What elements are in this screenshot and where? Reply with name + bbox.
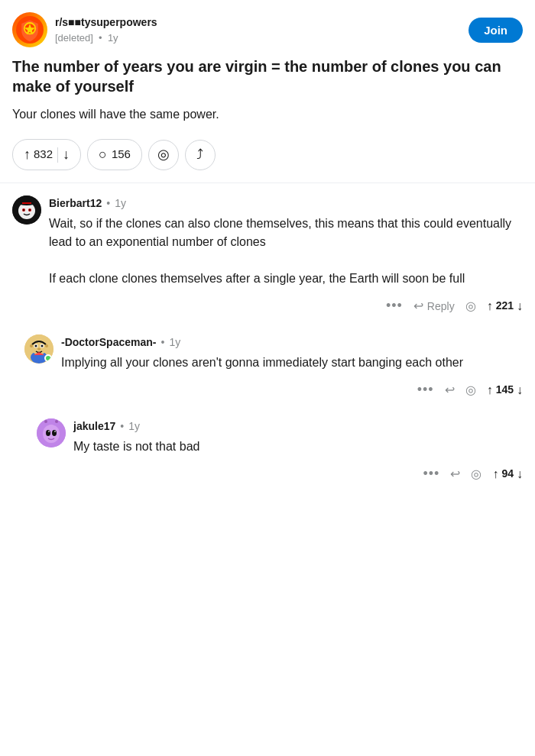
svg-point-32 — [48, 431, 50, 432]
post-body: Your clones will have the same power. — [0, 102, 535, 133]
comment-jakule17-actions: ••• ↩ ◎ ↑ 94 ↓ — [73, 464, 523, 484]
svg-point-31 — [52, 430, 57, 436]
downvote-icon[interactable]: ↓ — [63, 144, 70, 165]
comment-doctorspaceman-time: 1y — [169, 334, 180, 351]
avatar-doctorspaceman — [24, 334, 54, 363]
comment-jakule17-votes: 94 — [501, 466, 514, 482]
svg-point-33 — [54, 431, 56, 432]
comment-doctorspaceman-reply[interactable]: ↩ — [445, 383, 455, 397]
post-meta: r/s■■tysuperpowers [deleted] • 1y — [55, 15, 157, 46]
comment-upvote-icon[interactable]: ↑ — [487, 297, 493, 315]
comment-icon: ○ — [99, 144, 107, 165]
svg-point-29 — [55, 420, 58, 423]
online-indicator — [44, 354, 52, 362]
svg-rect-7 — [22, 202, 31, 204]
comment-downvote-icon-2[interactable]: ↓ — [517, 381, 523, 399]
comment-bierbart-actions: ••• ↩ Reply ◎ ↑ 221 ↓ — [49, 296, 523, 316]
comment-doctorspaceman-author[interactable]: -DoctorSpaceman- — [61, 334, 156, 351]
comment-doctorspaceman: -DoctorSpaceman- • 1y Implying all your … — [0, 322, 535, 406]
comment-doctorspaceman-votes: 145 — [496, 382, 514, 398]
comment-bierbart: Bierbart12 • 1y Wait, so if the clones c… — [0, 183, 535, 322]
award-icon: ◎ — [157, 144, 170, 165]
vote-divider — [57, 147, 58, 163]
comment-downvote-icon-3[interactable]: ↓ — [517, 465, 523, 483]
vote-count: 832 — [34, 146, 53, 163]
subreddit-icon[interactable] — [12, 12, 47, 47]
avatar-jakule17 — [37, 418, 66, 447]
comment-jakule17-header: jakule17 • 1y — [73, 418, 523, 435]
comment-bierbart-time: 1y — [115, 195, 126, 212]
vote-pill[interactable]: ↑ 832 ↓ — [12, 139, 81, 170]
comment-bierbart-author[interactable]: Bierbart12 — [49, 195, 102, 212]
svg-point-21 — [35, 345, 37, 347]
comment-jakule17-reply[interactable]: ↩ — [450, 467, 460, 481]
share-button[interactable]: ⤴ — [185, 140, 216, 170]
comment-jakule17-award[interactable]: ◎ — [471, 465, 481, 483]
comment-bierbart-content: Bierbart12 • 1y Wait, so if the clones c… — [49, 195, 523, 316]
comment-bierbart-header: Bierbart12 • 1y — [49, 195, 523, 212]
comment-jakule17-vote[interactable]: ↑ 94 ↓ — [492, 465, 523, 483]
svg-point-27 — [44, 420, 47, 423]
comment-pill[interactable]: ○ 156 — [87, 139, 142, 170]
comment-bierbart-reply[interactable]: ↩ Reply — [413, 299, 455, 313]
reply-icon-3: ↩ — [450, 467, 460, 481]
post-status-time: [deleted] • 1y — [55, 31, 157, 46]
join-button[interactable]: Join — [469, 18, 523, 43]
award-button[interactable]: ◎ — [148, 140, 179, 170]
post-header-left: r/s■■tysuperpowers [deleted] • 1y — [12, 12, 157, 47]
comment-doctorspaceman-text: Implying all your clones aren't gonna im… — [61, 354, 523, 372]
post-title: The number of years you are virgin = the… — [0, 53, 535, 102]
comment-jakule17-content: jakule17 • 1y My taste is not that bad •… — [73, 418, 523, 484]
avatar-bierbart — [12, 195, 41, 225]
comment-doctorspaceman-actions: ••• ↩ ◎ ↑ 145 ↓ — [61, 380, 523, 400]
comment-jakule17-time: 1y — [128, 418, 140, 435]
reply-icon: ↩ — [413, 299, 423, 313]
comment-doctorspaceman-content: -DoctorSpaceman- • 1y Implying all your … — [61, 334, 523, 400]
comment-jakule17-more[interactable]: ••• — [423, 464, 440, 484]
comment-downvote-icon[interactable]: ↓ — [517, 297, 523, 315]
svg-point-18 — [45, 344, 48, 347]
svg-point-23 — [37, 348, 41, 351]
svg-point-30 — [46, 430, 50, 436]
comment-upvote-icon-2[interactable]: ↑ — [487, 381, 493, 399]
post-actions: ↑ 832 ↓ ○ 156 ◎ ⤴ — [0, 133, 535, 183]
comment-count: 156 — [112, 146, 131, 163]
comment-jakule17-text: My taste is not that bad — [73, 438, 523, 456]
comment-doctorspaceman-vote[interactable]: ↑ 145 ↓ — [487, 381, 523, 399]
comment-jakule17: jakule17 • 1y My taste is not that bad •… — [0, 406, 535, 490]
comment-jakule17-author[interactable]: jakule17 — [73, 418, 115, 435]
svg-point-25 — [43, 425, 60, 443]
post-header: r/s■■tysuperpowers [deleted] • 1y Join — [0, 0, 535, 53]
comment-bierbart-votes: 221 — [496, 298, 514, 314]
comment-upvote-icon-3[interactable]: ↑ — [492, 465, 498, 483]
comment-doctorspaceman-award[interactable]: ◎ — [465, 381, 476, 399]
svg-point-10 — [23, 209, 24, 211]
comment-doctorspaceman-header: -DoctorSpaceman- • 1y — [61, 334, 523, 351]
comment-bierbart-text: Wait, so if the clones can also clone th… — [49, 215, 523, 288]
subreddit-name[interactable]: r/s■■tysuperpowers — [55, 15, 157, 31]
comment-bierbart-vote[interactable]: ↑ 221 ↓ — [487, 297, 523, 315]
svg-point-22 — [41, 345, 44, 347]
svg-point-17 — [30, 344, 33, 347]
share-icon: ⤴ — [196, 144, 203, 165]
comment-doctorspaceman-more[interactable]: ••• — [417, 380, 434, 400]
comment-bierbart-more[interactable]: ••• — [386, 296, 403, 316]
upvote-icon[interactable]: ↑ — [24, 144, 31, 165]
reply-icon-2: ↩ — [445, 383, 455, 397]
comment-bierbart-award[interactable]: ◎ — [465, 297, 476, 315]
svg-point-11 — [29, 209, 31, 211]
